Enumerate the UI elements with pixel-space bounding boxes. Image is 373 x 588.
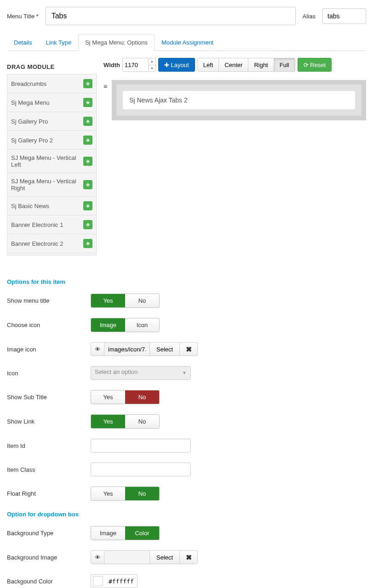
tab-mega-menu-options[interactable]: Sj Mega Menu: Options — [78, 34, 155, 51]
align-full[interactable]: Full — [274, 58, 295, 72]
image-icon-group: 👁 Select ✖ — [91, 342, 198, 356]
drag-item[interactable]: Banner Electronic 2✥ — [7, 234, 96, 253]
move-icon[interactable]: ✥ — [83, 136, 92, 145]
icon-select[interactable]: Select an option — [91, 366, 191, 380]
tab-details[interactable]: Details — [7, 34, 39, 51]
drag-module-title: DRAG MODULE — [7, 63, 97, 70]
show-sub-title-label: Show Sub Title — [7, 394, 91, 401]
menu-title-label: Menu Title * — [7, 13, 39, 20]
opt-yes[interactable]: Yes — [91, 487, 125, 500]
show-sub-title-toggle[interactable]: Yes No — [91, 390, 160, 404]
opt-no[interactable]: No — [125, 294, 159, 307]
bg-type-label: Background Type — [7, 530, 91, 537]
move-icon[interactable]: ✥ — [83, 98, 92, 107]
align-right[interactable]: Right — [248, 58, 274, 72]
image-icon-path[interactable] — [104, 342, 150, 356]
icon-label: Icon — [7, 370, 91, 377]
opt-yes[interactable]: Yes — [91, 415, 125, 428]
section-dropdown-title: Option for dropdown box — [7, 511, 366, 518]
menu-title-input[interactable] — [46, 7, 296, 25]
show-menu-title-label: Show menu title — [7, 297, 91, 304]
drag-item[interactable]: SJ Mega Menu - Vertical Left✥ — [7, 150, 96, 173]
bg-color-group[interactable] — [91, 574, 138, 588]
item-class-input[interactable] — [91, 463, 191, 476]
move-icon[interactable]: ✥ — [83, 220, 92, 229]
choose-icon-label: Choose icon — [7, 322, 91, 328]
eye-icon[interactable]: 👁 — [91, 550, 104, 564]
eye-icon[interactable]: 👁 — [91, 342, 104, 356]
bg-image-group: 👁 Select ✖ — [91, 550, 198, 564]
width-spinner[interactable]: ▲▼ — [148, 58, 155, 71]
width-input[interactable] — [123, 58, 148, 71]
bg-image-select[interactable]: Select — [149, 550, 180, 564]
show-link-label: Show Link — [7, 418, 91, 425]
bg-color-label: Backgound Color — [7, 578, 91, 585]
width-label: Width — [103, 62, 120, 68]
move-icon[interactable]: ✥ — [83, 117, 92, 126]
item-id-label: Item Id — [7, 442, 91, 449]
move-icon[interactable]: ✥ — [83, 79, 92, 88]
opt-color[interactable]: Color — [125, 526, 159, 540]
layout-canvas[interactable]: Sj News Ajax Tabs 2 — [112, 80, 366, 120]
drag-item[interactable]: Sj Gallery Pro 2✥ — [7, 131, 96, 150]
drag-item[interactable]: Breadcrumbs✥ — [7, 74, 96, 93]
alias-input[interactable] — [322, 8, 366, 24]
bg-image-label: Background Image — [7, 554, 91, 561]
bg-image-clear[interactable]: ✖ — [179, 550, 198, 564]
move-icon[interactable]: ✥ — [83, 180, 92, 189]
float-right-toggle[interactable]: Yes No — [91, 486, 160, 501]
drag-item[interactable]: Sj Basic News✥ — [7, 197, 96, 215]
drag-item[interactable]: Sj Gallery Pro✥ — [7, 112, 96, 131]
bg-color-input[interactable] — [105, 576, 137, 587]
choose-icon-toggle[interactable]: Image Icon — [91, 318, 160, 332]
item-class-label: Item Class — [7, 466, 91, 473]
section-options-title: Options for this item — [7, 278, 366, 285]
align-group: Left Center Right Full — [197, 58, 295, 72]
move-icon[interactable]: ✥ — [83, 157, 92, 166]
bg-image-path[interactable] — [104, 550, 150, 564]
image-icon-clear[interactable]: ✖ — [179, 342, 198, 356]
opt-image[interactable]: Image — [91, 318, 125, 332]
drag-item[interactable]: Sj Mega Menu✥ — [7, 93, 96, 112]
drag-module-list[interactable]: Breadcrumbs✥ Sj Mega Menu✥ Sj Gallery Pr… — [7, 74, 97, 255]
opt-image[interactable]: Image — [91, 526, 125, 540]
color-swatch[interactable] — [93, 576, 103, 586]
align-left[interactable]: Left — [197, 58, 219, 72]
item-id-input[interactable] — [91, 439, 191, 452]
reset-button[interactable]: ⟳ Reset — [298, 58, 332, 72]
grip-icon[interactable]: ≡ — [103, 80, 107, 90]
opt-no[interactable]: No — [125, 415, 159, 428]
tab-module-assignment[interactable]: Module Assignment — [155, 34, 220, 51]
opt-no[interactable]: No — [125, 390, 159, 404]
opt-no[interactable]: No — [125, 487, 159, 500]
show-menu-title-toggle[interactable]: Yes No — [91, 294, 160, 308]
drag-item[interactable]: SJ Mega Menu - Vertical Right✥ — [7, 173, 96, 197]
drag-item[interactable]: Banner Furniture✥ — [7, 253, 96, 255]
move-icon[interactable]: ✥ — [83, 239, 92, 248]
opt-yes[interactable]: Yes — [91, 390, 125, 404]
float-right-label: Float Right — [7, 490, 91, 497]
image-icon-select[interactable]: Select — [149, 342, 180, 356]
alias-label: Alias — [303, 13, 316, 20]
move-icon[interactable]: ✥ — [83, 201, 92, 210]
opt-icon[interactable]: Icon — [125, 318, 159, 332]
opt-yes[interactable]: Yes — [91, 294, 125, 307]
canvas-module[interactable]: Sj News Ajax Tabs 2 — [123, 91, 355, 109]
bg-type-toggle[interactable]: Image Color — [91, 526, 160, 540]
layout-button[interactable]: ✚ Layout — [158, 58, 195, 72]
show-link-toggle[interactable]: Yes No — [91, 414, 160, 429]
image-icon-label: Image icon — [7, 346, 91, 353]
tab-link-type[interactable]: Link Type — [39, 34, 78, 51]
align-center[interactable]: Center — [218, 58, 248, 72]
tabs-bar: Details Link Type Sj Mega Menu: Options … — [7, 34, 366, 51]
drag-item[interactable]: Banner Electronic 1✥ — [7, 215, 96, 234]
